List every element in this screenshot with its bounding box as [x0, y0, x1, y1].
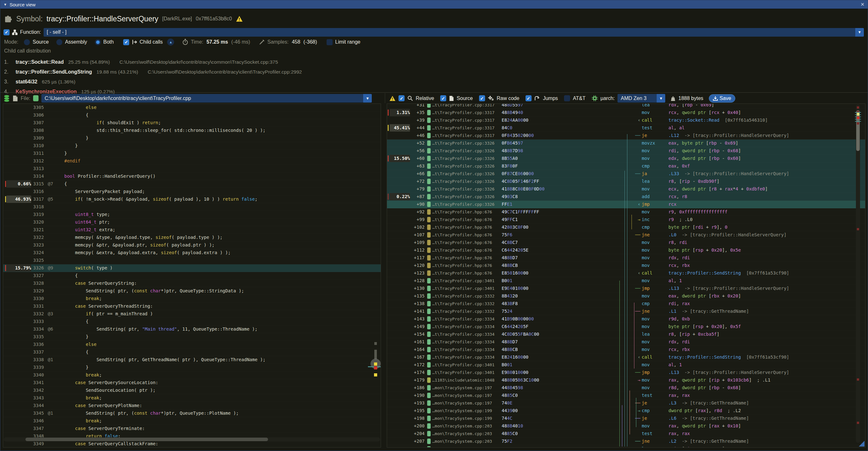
source-line[interactable]: 0.66%3315@7{ [3, 180, 381, 188]
asm-line[interactable]: +63…t\TracyProfiler.cpp:332683F80Fcmpeax… [387, 162, 865, 170]
asm-line[interactable]: +56…t\TracyProfiler.cpp:3326488B7D98movr… [387, 147, 865, 155]
child-call-item[interactable]: 2.tracy::Profiler::SendLongString19.88 m… [4, 67, 855, 77]
source-location[interactable]: …t\TracyProfiler.hpp:676 [432, 231, 492, 239]
source-location-square[interactable] [427, 270, 431, 276]
source-location-square[interactable] [427, 316, 431, 322]
source-location-square[interactable] [427, 247, 431, 253]
source-line[interactable]: 3347 case ServerQueryTerminate: [3, 425, 381, 432]
source-location[interactable]: …t\TracyProfiler.cpp:3326 [432, 185, 495, 193]
asm-line[interactable]: +138…t\TracyProfiler.cpp:3332483BF8cmprd… [387, 300, 865, 308]
source-location[interactable]: …t\TracyProfiler.cpp:3334 [432, 315, 495, 323]
source-location[interactable]: …t\TracyProfiler.cpp:3334 [432, 346, 495, 353]
source-location[interactable]: …mon\TracySystem.cpp:197 [432, 399, 492, 407]
source-location[interactable]: …t\TracyProfiler.hpp:676 [432, 216, 492, 223]
source-location-square[interactable] [427, 202, 431, 207]
source-location[interactable]: …t\TracyProfiler.cpp:3317 [432, 109, 495, 116]
asm-line[interactable]: +99…t\TracyProfiler.hpp:67649FFC1→incr9 … [387, 216, 865, 223]
source-location[interactable]: …t\TracyProfiler.cpp:3326 [432, 201, 495, 208]
source-location[interactable]: …t\TracyProfiler.cpp:3326 [432, 178, 495, 185]
att-checkbox[interactable] [564, 95, 570, 101]
source-location[interactable]: …t\TracyProfiler.hpp:676 [432, 262, 492, 269]
source-location-square[interactable] [427, 416, 431, 421]
source-location[interactable]: …t\TracyProfiler.cpp:3401 [432, 361, 495, 368]
radio-source[interactable] [24, 39, 30, 45]
source-location[interactable]: …t\TracyProfiler.cpp:3326 [432, 170, 495, 177]
source-location-square[interactable] [427, 194, 431, 200]
resize-grip[interactable] [859, 441, 865, 447]
source-line[interactable]: 3319 uint8_t type; [3, 211, 381, 218]
asm-line[interactable]: +31…t\TracyProfiler.cpp:3317488D5597lear… [387, 103, 865, 109]
source-location[interactable]: …t\TracyProfiler.cpp:3334 [432, 354, 495, 361]
source-location[interactable]: …t\TracyProfiler.cpp:3332 [432, 308, 495, 315]
source-line[interactable]: 3332@3 if( ptr == m_mainThread ) [3, 310, 381, 318]
source-location-square[interactable] [427, 301, 431, 306]
asm-line[interactable]: +102…t\TracyProfiler.hpp:67642803C0F00cm… [387, 223, 865, 231]
source-location[interactable]: …mon\TracySystem.cpp:203 [432, 430, 492, 437]
source-line[interactable]: 3307 if( shouldExit ) return; [3, 119, 381, 127]
asm-line[interactable]: +39…t\TracyProfiler.cpp:3317E824AA0000‹c… [387, 117, 865, 124]
source-line[interactable]: 3327 { [3, 272, 381, 280]
asm-line[interactable]: +200…mon\TracySystem.cpp:203488B4010movr… [387, 422, 865, 430]
child-call-item[interactable]: 3.stat64i32625 µs (1.36%) [4, 77, 855, 87]
source-location[interactable]: …t\TracyProfiler.cpp:3334 [432, 323, 495, 330]
source-location-square[interactable] [427, 355, 431, 360]
source-line[interactable]: 3338@1 SendString( ptr, GetThreadName( p… [3, 356, 381, 364]
uarch-combo[interactable]: AMD Zen 3 ▼ [618, 94, 665, 102]
source-location[interactable]: …mon\TracySystem.cpp:203 [432, 438, 492, 445]
asm-line[interactable]: +149…t\TracyProfiler.cpp:3334C64424205Fm… [387, 323, 865, 331]
source-location-square[interactable] [427, 339, 431, 344]
source-location[interactable]: …t\TracyProfiler.cpp:3326 [432, 193, 495, 200]
source-line[interactable]: 3340 break; [3, 371, 381, 379]
file-combo[interactable]: C:\Users\wolf\Desktop\darkrl\contrib\tra… [41, 94, 372, 102]
source-line[interactable]: 3311} [3, 150, 381, 157]
source-location[interactable]: …t\TracyProfiler.cpp:3326 [432, 140, 495, 147]
source-location-square[interactable] [427, 286, 431, 291]
asm-line[interactable]: 45.41%+44…t\TracyProfiler.cpp:331784C0te… [387, 124, 865, 132]
source-line[interactable]: 3328 case ServerQueryString: [3, 280, 381, 287]
source-location-square[interactable] [427, 431, 431, 437]
asm-line[interactable]: 1.31%+35…t\TracyProfiler.cpp:3317488B494… [387, 109, 865, 117]
source-location-square[interactable] [427, 362, 431, 367]
source-location[interactable]: …1103\include\atomic:1048 [432, 377, 495, 384]
child-call-item[interactable]: 1.tracy::Socket::Read25.25 ms (54.89%)C:… [4, 57, 855, 67]
source-location[interactable]: …t\TracyProfiler.cpp:3334 [432, 338, 495, 345]
source-line[interactable]: 3306 { [3, 112, 381, 119]
source-location[interactable]: …mon\TracySystem.cpp:258 [432, 445, 492, 448]
close-icon[interactable]: ✕ [860, 2, 865, 7]
source-location-square[interactable] [427, 179, 431, 184]
source-line[interactable]: 3343 break; [3, 394, 381, 402]
source-location[interactable]: …t\TracyProfiler.cpp:3334 [432, 331, 495, 338]
source-location[interactable]: …mon\TracySystem.cpp:197 [432, 384, 492, 391]
source-location-square[interactable] [427, 133, 431, 138]
source-location-square[interactable] [427, 163, 431, 169]
source-line[interactable]: 3329 SendString( ptr, (const char*)ptr, … [3, 287, 381, 295]
save-button[interactable]: Save [709, 94, 735, 102]
asm-line[interactable]: +164…t\TracyProfiler.cpp:3334488BCBmovrc… [387, 346, 865, 354]
source-line[interactable]: 3331 case ServerQueryThreadString: [3, 303, 381, 310]
source-location[interactable]: …t\TracyProfiler.cpp:3326 [432, 162, 495, 170]
asm-line[interactable]: +112…t\TracyProfiler.hpp:676C64424205Emo… [387, 246, 865, 254]
source-line[interactable]: 3310 } [3, 142, 381, 150]
asm-line[interactable]: +195…mon\TracySystem.cpp:199443900→cmpdw… [387, 407, 865, 415]
asm-line[interactable]: +107…t\TracyProfiler.hpp:67675F6──jne.L0… [387, 231, 865, 239]
source-location[interactable]: …mon\TracySystem.cpp:199 [432, 415, 492, 422]
source-location-square[interactable] [427, 209, 431, 215]
asm-line[interactable]: +186…mon\TracySystem.cpp:197448B4598movr… [387, 384, 865, 392]
source-location[interactable]: …t\TracyProfiler.cpp:3401 [432, 369, 495, 376]
source-horizontal-scrollbar[interactable] [4, 437, 380, 442]
source-location-square[interactable] [427, 446, 431, 448]
asm-line[interactable]: +209…mon\TracySystem.cpp:258488D35E88610… [387, 445, 865, 448]
source-location[interactable]: …t\TracyProfiler.cpp:3401 [432, 277, 495, 284]
radio-assembly[interactable] [56, 39, 62, 45]
asm-line[interactable]: +161…t\TracyProfiler.cpp:3334488BD7movrd… [387, 338, 865, 346]
source-location-square[interactable] [427, 171, 431, 176]
source-location-square[interactable] [427, 324, 431, 329]
source-location-square[interactable] [427, 278, 431, 283]
asm-line[interactable]: +154…t\TracyProfiler.cpp:33344C8D055FBA0… [387, 331, 865, 338]
function-combo[interactable]: [ - self - ] ▼ [43, 28, 864, 37]
source-minimap[interactable] [372, 104, 379, 448]
source-location[interactable]: …t\TracyProfiler.cpp:3317 [432, 132, 495, 139]
source-location[interactable]: …t\TracyProfiler.cpp:3401 [432, 285, 495, 292]
source-location-square[interactable] [427, 148, 431, 153]
raw-code-checkbox[interactable] [479, 95, 485, 101]
